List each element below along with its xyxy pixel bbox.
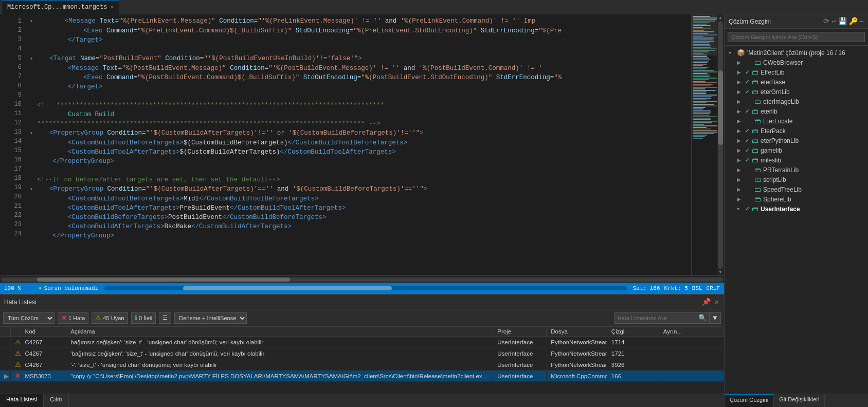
col-code[interactable]: Kod — [21, 327, 66, 337]
h-scroll-track[interactable] — [1, 278, 723, 282]
table-row[interactable]: ⚠ C4267 '-': 'size_t' - 'unsigned char' … — [0, 359, 724, 371]
status-bar: 100 % ● Sorun bulunamadı Sat: 166 Krkt: … — [0, 283, 724, 294]
panel-close-btn[interactable]: ✕ — [714, 297, 720, 307]
col-extra[interactable]: Ayrın... — [659, 327, 724, 337]
scope-select[interactable]: Tüm Çözüm — [3, 312, 55, 324]
right-sidebar: Çözüm Gezgini ⟳ ↩ 💾 🔑 ⋯ ▾ 📦 'Metin2Clien… — [724, 14, 868, 407]
tree-item-label: eterBase — [761, 79, 785, 86]
tree-item-expand: ▶ — [737, 79, 743, 85]
encoding: BSL — [692, 285, 702, 291]
sidebar-header: Çözüm Gezgini ⟳ ↩ 💾 🔑 ⋯ — [725, 14, 868, 29]
col-line[interactable]: Çizgi — [607, 327, 659, 337]
row-type-cell: ⚠ — [10, 337, 21, 348]
row-code-cell[interactable]: MSB3073 — [21, 371, 66, 382]
horizontal-scrollbar[interactable] — [0, 275, 724, 283]
sidebar-more-btn[interactable]: ⋯ — [860, 17, 864, 26]
col-project[interactable]: Proje — [493, 327, 547, 337]
tab-hata-listesi[interactable]: Hata Listesi — [0, 394, 44, 407]
vertical-scrollbar[interactable]: ▲ ▼ — [717, 14, 724, 275]
project-icon: 🗃 — [752, 88, 758, 96]
row-file-cell: Microsoft.CppCommon.tar... — [547, 371, 607, 382]
sidebar-item-eterlib[interactable]: ▶ ✓ 🗃 eterlib — [725, 106, 868, 116]
table-row[interactable]: ⚠ C4267 'bağımsız değişken': 'size_t' - … — [0, 348, 724, 359]
sidebar-tab-git-değişiklikleri[interactable]: Git Değişiklikleri — [774, 394, 825, 407]
tree-check-icon: ✓ — [745, 157, 750, 163]
status-scroll[interactable] — [104, 286, 627, 290]
tree-item-label: gamelib — [761, 147, 782, 154]
status-scroll-thumb — [183, 286, 392, 290]
row-code-cell[interactable]: C4267 — [21, 359, 66, 371]
sidebar-item-gamelib[interactable]: ▶ ✓ 🗃 gamelib — [725, 145, 868, 155]
editor-tab[interactable]: Microsoft.Cp...mmon.targets × — [2, 0, 119, 14]
tree-item-label: eterGrnLib — [761, 88, 790, 96]
sidebar-key-btn[interactable]: 🔑 — [849, 17, 858, 26]
sidebar-item-cwebbrowser[interactable]: ▶ 🗃 CWebBrowser — [725, 58, 868, 67]
col-desc[interactable]: Açıklama — [66, 327, 493, 337]
sidebar-item-scriptlib[interactable]: ▶ 🗃 scriptLib — [725, 175, 868, 184]
scroll-down-arrow[interactable]: ▼ — [719, 270, 722, 274]
code-editor[interactable]: ▾ <Message Text="%(PreLinkEvent.Message)… — [26, 14, 691, 275]
info-filter-btn[interactable]: ℹ 0 İleti — [131, 312, 156, 324]
row-extra-cell — [659, 359, 724, 371]
row-expand-btn[interactable]: ▶ — [4, 373, 9, 379]
table-row[interactable]: ▶ ✕ MSB3073 "copy /y "C:\Users\Emoji\Des… — [0, 371, 724, 382]
row-warning-icon: ⚠ — [15, 361, 21, 368]
tree-solution-root[interactable]: ▾ 📦 'Metin2Client' çözümü (proje 16 / 16 — [725, 48, 868, 58]
table-row[interactable]: ⚠ C4267 bağımsız değişken': 'size_t' - '… — [0, 337, 724, 348]
error-search-input[interactable] — [614, 312, 696, 324]
tree-item-expand: ▶ — [737, 128, 743, 134]
col-file[interactable]: Dosya — [547, 327, 607, 337]
tree-check-icon: ✓ — [745, 108, 750, 115]
panel-pin-btn[interactable]: 📌 — [701, 297, 712, 307]
column-number: Krkt: 5 — [664, 285, 688, 291]
status-text: Sorun bulunamadı — [44, 285, 99, 291]
tree-item-expand: ▶ — [737, 138, 743, 143]
build-filter-select[interactable]: Derleme + IntelliSense — [174, 312, 247, 324]
tree-item-expand: ▶ — [737, 69, 743, 75]
tree-item-label: eterlib — [761, 108, 777, 115]
sidebar-item-eterbase[interactable]: ▶ ✓ 🗃 eterBase — [725, 77, 868, 87]
sidebar-item-mileslib[interactable]: ▶ ✓ 🗃 mileslib — [725, 155, 868, 165]
search-options-btn[interactable]: ▼ — [710, 312, 721, 324]
scroll-thumb[interactable] — [718, 70, 723, 145]
zoom-level[interactable]: 100 % — [4, 285, 32, 291]
error-filter-btn[interactable]: ✕ 1 Hata — [58, 312, 88, 324]
panel-controls: 📌 ✕ — [701, 297, 720, 307]
sidebar-item-eterpack[interactable]: ▶ ✓ 🗃 EterPack — [725, 126, 868, 136]
error-search-btn[interactable]: 🔍 — [696, 312, 710, 324]
sidebar-item-eterlocale[interactable]: ▶ 🗃 EterLocale — [725, 116, 868, 126]
project-icon: 🗃 — [754, 176, 761, 183]
sidebar-item-userinterface[interactable]: ▾ ✓ 🗃 UserInterface — [725, 204, 868, 214]
warning-filter-btn[interactable]: ⚠ 45 Uyarı — [92, 312, 128, 324]
filter-options-btn[interactable]: ☰ — [159, 312, 171, 324]
sidebar-tab-çözüm-gezgini[interactable]: Çözüm Gezgini — [725, 394, 774, 407]
sidebar-item-eterimagelib[interactable]: ▶ 🗃 eterImageLib — [725, 97, 868, 106]
sidebar-item-etergrnlib[interactable]: ▶ ✓ 🗃 eterGrnLib — [725, 87, 868, 97]
editor-scroll-area: 123456789101112131415161718192021222324 … — [0, 14, 724, 275]
sidebar-item-speedtreelib[interactable]: ▶ 🗃 SpeedTreeLib — [725, 184, 868, 194]
scroll-track[interactable] — [718, 21, 723, 269]
project-icon: 🗃 — [752, 68, 758, 76]
sidebar-item-eterpythonlib[interactable]: ▶ ✓ 🗃 eterPythonLib — [725, 136, 868, 145]
row-code-cell[interactable]: C4267 — [21, 348, 66, 359]
tree-item-label: EffectLib — [761, 69, 784, 76]
tree-check-icon: ✓ — [745, 127, 750, 134]
h-scroll-thumb[interactable] — [37, 278, 290, 282]
row-line-cell: 1721 — [607, 348, 659, 359]
scroll-up-arrow[interactable]: ▲ — [719, 15, 722, 20]
panel-tabs: Hata Listesi Çıktı — [0, 394, 724, 407]
sidebar-item-prterrainlib[interactable]: ▶ 🗃 PRTerrainLib — [725, 165, 868, 175]
tab-bar: Microsoft.Cp...mmon.targets × — [0, 0, 868, 14]
sidebar-save-btn[interactable]: 💾 — [838, 17, 847, 26]
sidebar-undo-btn[interactable]: ↩ — [831, 17, 836, 26]
sidebar-item-spherelib[interactable]: ▶ 🗃 SphereLib — [725, 194, 868, 204]
sidebar-search-input[interactable] — [728, 32, 865, 42]
tab-close-button[interactable]: × — [110, 4, 114, 10]
tree-item-expand: ▶ — [737, 187, 743, 192]
minimap[interactable] — [691, 14, 717, 275]
sidebar-item-effectlib[interactable]: ▶ ✓ 🗃 EffectLib — [725, 67, 868, 77]
row-code-cell[interactable]: C4267 — [21, 337, 66, 348]
sidebar-sync-btn[interactable]: ⟳ — [823, 17, 829, 26]
tab-cikti[interactable]: Çıktı — [44, 394, 69, 407]
tree-item-label: PRTerrainLib — [763, 166, 799, 174]
